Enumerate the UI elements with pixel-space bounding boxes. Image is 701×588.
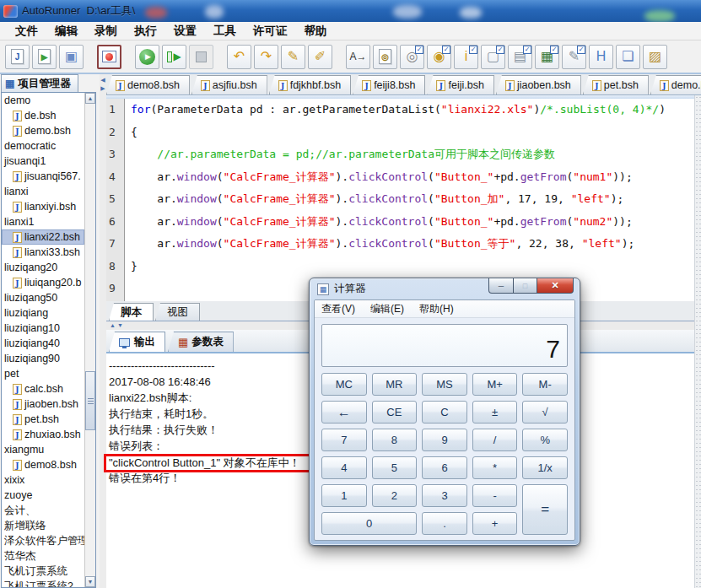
editor-tab[interactable]: asjfiu.bsh: [191, 75, 267, 94]
tree-item[interactable]: 范华杰: [2, 548, 84, 564]
minimize-button[interactable]: ─: [488, 278, 514, 294]
toolbar-font-tool-button[interactable]: A→: [346, 45, 370, 69]
tree-item[interactable]: demo.bsh: [2, 123, 84, 138]
tree-item[interactable]: liuziqiang90: [2, 351, 84, 366]
tree-item[interactable]: zhuxiao.bsh: [2, 427, 84, 442]
calc-button-c[interactable]: C: [422, 401, 467, 423]
menu-item-1[interactable]: 编辑: [46, 24, 86, 39]
code-text[interactable]: for(ParameterData pd : ar.getParameterDa…: [125, 99, 666, 301]
calc-menu-item-1[interactable]: 编辑(E): [370, 302, 404, 316]
toolbar-check-script-button[interactable]: ✎✓: [562, 45, 586, 69]
tree-item[interactable]: xiangmu: [2, 442, 84, 457]
editor-bottom-tab-0[interactable]: 脚本: [109, 303, 154, 321]
tree-item[interactable]: liuziqiang: [2, 305, 84, 321]
tree-item[interactable]: 会计、: [2, 503, 84, 518]
title-bar[interactable]: AutoRunner D:\ar工具\: [0, 0, 701, 22]
toolbar-save-button[interactable]: ▣: [59, 45, 84, 69]
calc-button-reciprocal[interactable]: 1/x: [522, 456, 568, 479]
toolbar-check-value-button[interactable]: ◉✓: [427, 45, 451, 69]
calc-button-1[interactable]: 1: [321, 484, 367, 507]
tree-item[interactable]: lianxi: [2, 184, 84, 199]
toolbar-object-library-button[interactable]: ◎: [373, 45, 397, 69]
calc-button-7[interactable]: 7: [321, 429, 367, 451]
tree-item[interactable]: jiaoben.bsh: [2, 396, 84, 412]
calc-button-8[interactable]: 8: [372, 429, 418, 451]
toolbar-record-button[interactable]: [97, 45, 121, 69]
splitter-collapse-down-icon[interactable]: ▼: [117, 322, 125, 328]
tree-item[interactable]: xixix: [2, 472, 84, 488]
calc-button-m+[interactable]: M+: [472, 373, 518, 396]
calc-button-0[interactable]: 0: [321, 512, 417, 535]
splitter-collapse-up-icon[interactable]: ▲: [110, 322, 117, 328]
tree-item[interactable]: democratic: [2, 138, 84, 154]
calc-button-9[interactable]: 9: [422, 429, 467, 451]
calc-button-m-[interactable]: M-: [522, 373, 568, 396]
menu-item-5[interactable]: 工具: [205, 24, 245, 39]
calc-button-equals[interactable]: =: [522, 484, 568, 535]
close-button[interactable]: ✕: [537, 278, 574, 294]
calc-button-backspace[interactable]: ←: [321, 401, 367, 423]
toolbar-redo-button[interactable]: ↷: [254, 45, 278, 69]
maximize-button[interactable]: □: [514, 278, 537, 294]
toolbar-run-button[interactable]: ▶: [135, 45, 159, 69]
calc-button-plus[interactable]: +: [472, 512, 518, 535]
tree-item[interactable]: liuziqang20: [2, 260, 84, 275]
tree-item[interactable]: lianxi33.bsh: [2, 245, 84, 260]
toolbar-sync-point-button[interactable]: H: [589, 45, 613, 69]
calc-menu-item-0[interactable]: 查看(V): [321, 302, 355, 316]
calc-button-sqrt[interactable]: √: [522, 401, 568, 423]
toolbar-new-script-button[interactable]: J: [5, 45, 30, 69]
editor-tab[interactable]: pet.bsh: [583, 75, 649, 94]
calc-button-plusminus[interactable]: ±: [472, 401, 518, 423]
calc-button-ce[interactable]: CE: [372, 401, 418, 423]
tree-item[interactable]: de.bsh: [2, 108, 84, 123]
code-editor[interactable]: 12345678910 for(ParameterData pd : ar.ge…: [106, 99, 701, 301]
toolbar-check-form-button[interactable]: ▤✓: [508, 45, 532, 69]
tree-item[interactable]: liuziqang50: [2, 290, 84, 305]
scroll-up-icon[interactable]: ▲: [85, 93, 95, 104]
toolbar-report-button[interactable]: ▨: [643, 45, 667, 69]
menu-item-2[interactable]: 录制: [86, 24, 126, 39]
tree-item[interactable]: demo: [2, 93, 84, 108]
editor-tab[interactable]: demo.bsh: [650, 75, 701, 94]
calc-button-minus[interactable]: -: [472, 484, 518, 507]
right-splitter-band[interactable]: [694, 95, 701, 588]
editor-tab[interactable]: jiaoben.bsh: [496, 75, 581, 94]
tree-item[interactable]: pet.bsh: [2, 412, 84, 427]
menu-item-4[interactable]: 设置: [165, 24, 205, 39]
calc-button-4[interactable]: 4: [321, 456, 367, 479]
calc-button-3[interactable]: 3: [422, 484, 467, 507]
toolbar-check-area-button[interactable]: ▢✓: [481, 45, 505, 69]
editor-tab[interactable]: demo8.bsh: [106, 75, 190, 94]
tree-item[interactable]: pet: [2, 366, 84, 381]
calc-button-ms[interactable]: MS: [422, 373, 467, 396]
calc-button-divide[interactable]: /: [472, 429, 518, 451]
tree-item[interactable]: 飞机订票系统: [2, 564, 84, 579]
toolbar-check-info-button[interactable]: i✓: [454, 45, 478, 69]
toolbar-check-table-button[interactable]: ▦✓: [535, 45, 559, 69]
tree-item[interactable]: 泽众软件客户管理: [2, 533, 84, 548]
tree-item[interactable]: jisuanqi567.: [2, 169, 84, 184]
splitter-collapse-right-icon[interactable]: ▶: [100, 85, 105, 91]
project-manager-header-tab[interactable]: ▦ 项目管理器: [1, 74, 78, 92]
tree-scrollbar[interactable]: ▲ ▼: [84, 93, 95, 587]
tree-item[interactable]: lianxi22.bsh: [2, 229, 84, 245]
tree-item[interactable]: demo8.bsh: [2, 457, 84, 472]
calc-button-multiply[interactable]: *: [472, 456, 518, 479]
editor-tab[interactable]: feiji8.bsh: [353, 75, 425, 94]
toolbar-check-object-button[interactable]: ◎✓: [400, 45, 424, 69]
tree-item[interactable]: liuziqiang10: [2, 321, 84, 336]
tree-item[interactable]: lianxi1: [2, 214, 84, 229]
scroll-down-icon[interactable]: ▼: [85, 576, 95, 587]
calc-button-percent[interactable]: %: [522, 429, 568, 451]
toolbar-stop-button[interactable]: [189, 45, 213, 69]
toolbar-multi-pen-tool-button[interactable]: ✐: [308, 45, 332, 69]
scrollbar-thumb[interactable]: [85, 371, 95, 430]
calc-button-6[interactable]: 6: [422, 456, 467, 479]
editor-tab[interactable]: fdjkhbf.bsh: [269, 75, 351, 94]
tree-item[interactable]: lianxiyi.bsh: [2, 199, 84, 214]
toolbar-pen-tool-button[interactable]: ✎: [281, 45, 305, 69]
splitter-collapse-left-icon[interactable]: ◀: [100, 77, 105, 83]
editor-tab[interactable]: feiji.bsh: [427, 75, 493, 94]
calc-button-mc[interactable]: MC: [321, 373, 367, 396]
